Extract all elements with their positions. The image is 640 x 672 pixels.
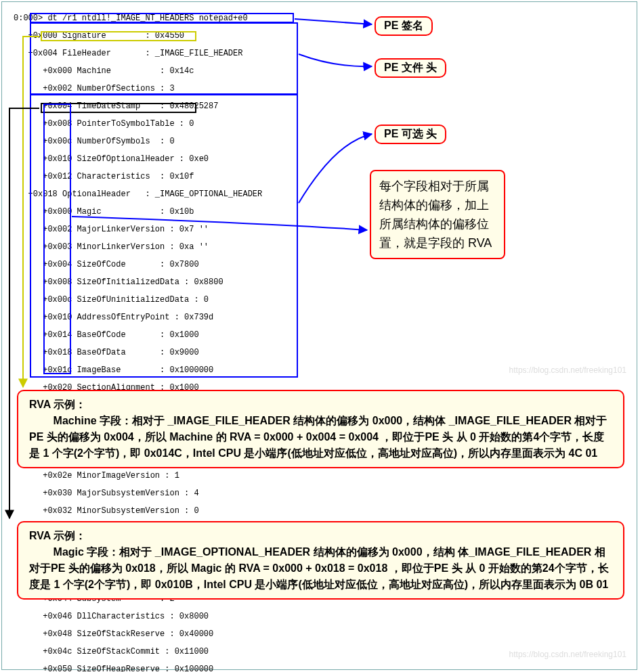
callout-optional-header: PE 可选 头	[375, 125, 446, 144]
callout-file-header: PE 文件 头	[375, 58, 446, 78]
example-magic: RVA 示例： Magic 字段：相对于 _IMAGE_OPTIONAL_HEA…	[17, 521, 624, 600]
code-line: +0x046 DllCharacteristics : 0x8000	[14, 612, 297, 621]
offset-explanation-text: 每个字段相对于所属结构体的偏移，加上所属结构体的偏移位置，就是字段的 RVA	[379, 179, 492, 250]
offset-explanation: 每个字段相对于所属结构体的偏移，加上所属结构体的偏移位置，就是字段的 RVA	[370, 170, 505, 259]
example-title: RVA 示例：	[29, 399, 86, 410]
watermark: https://blog.csdn.net/freeking101	[509, 650, 626, 659]
code-line: +0x050 SizeOfHeapReserve : 0x100000	[14, 665, 297, 672]
example-title: RVA 示例：	[29, 530, 86, 541]
example-machine: RVA 示例： Machine 字段：相对于 _IMAGE_FILE_HEADE…	[17, 390, 624, 468]
code-line: +0x048 SizeOfStackReserve : 0x40000	[14, 630, 297, 639]
code-line: +0x032 MinorSubsystemVersion : 0	[14, 507, 297, 516]
machine-frame	[41, 31, 196, 41]
callout-signature: PE 签名	[375, 16, 433, 36]
code-line: +0x04c SizeOfStackCommit : 0x11000	[14, 648, 297, 656]
code-line: +0x030 MajorSubsystemVersion : 4	[14, 489, 297, 498]
offset-vert-frame	[43, 104, 71, 374]
signature-frame	[30, 13, 294, 23]
example-body: Machine 字段：相对于 _IMAGE_FILE_HEADER 结构体的偏移…	[29, 415, 607, 459]
code-line: +0x02e MinorImageVersion : 1	[14, 472, 297, 480]
example-body: Magic 字段：相对于 _IMAGE_OPTIONAL_HEADER 结构体的…	[29, 546, 609, 590]
watermark: https://blog.csdn.net/freeking101	[509, 365, 626, 375]
